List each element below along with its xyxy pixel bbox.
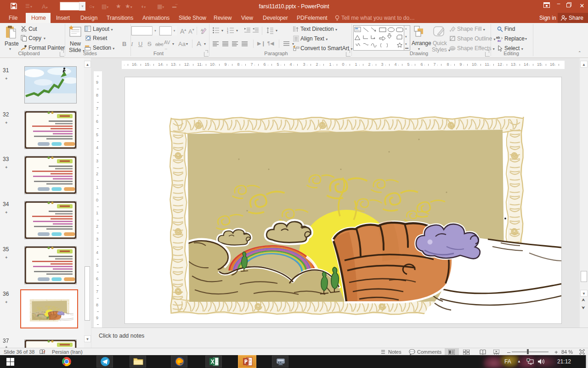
svg-text:ac: ac [498, 39, 501, 42]
svg-text:A: A [201, 28, 204, 32]
svg-text:3: 3 [227, 31, 228, 34]
svg-text:ab: ab [496, 36, 500, 39]
